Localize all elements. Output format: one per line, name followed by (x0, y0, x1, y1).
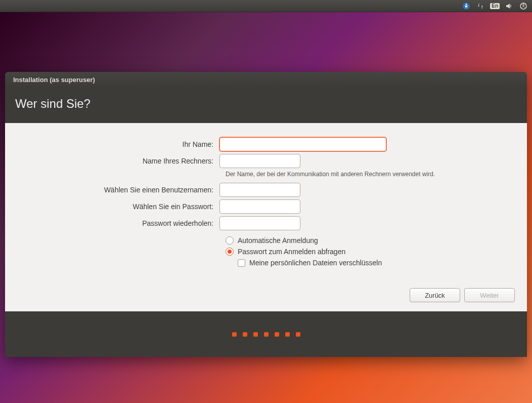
dot-icon (296, 332, 300, 337)
dot-icon (253, 332, 258, 337)
username-label: Wählen Sie einen Benutzernamen: (17, 186, 219, 194)
name-input[interactable] (219, 137, 386, 151)
forward-button[interactable]: Weiter (464, 288, 515, 302)
auto-login-radio[interactable]: Automatische Anmeldung (226, 236, 515, 245)
page-title: Wer sind Sie? (5, 88, 527, 123)
accessibility-icon[interactable] (462, 2, 471, 11)
password-label: Wählen Sie ein Passwort: (17, 203, 219, 211)
require-password-radio[interactable]: Passwort zum Anmelden abfragen (226, 248, 515, 256)
hostname-hint: Der Name, der bei der Kommunikation mit … (226, 171, 515, 178)
dot-icon (285, 332, 290, 337)
radio-icon (226, 248, 234, 256)
username-input[interactable] (219, 183, 300, 197)
checkbox-icon (238, 259, 245, 267)
network-icon[interactable] (476, 2, 485, 11)
keyboard-layout-indicator[interactable]: En (490, 3, 500, 9)
radio-icon (226, 236, 234, 245)
confirm-password-input[interactable] (219, 216, 300, 230)
dot-icon (264, 332, 269, 337)
progress-dots (5, 311, 527, 357)
encrypt-label: Meine persönlichen Dateien verschlüsseln (249, 259, 382, 267)
name-label: Ihr Name: (17, 140, 219, 148)
form-area: Ihr Name: Name Ihres Rechners: Der Name,… (5, 123, 527, 311)
sound-icon[interactable] (505, 2, 514, 11)
installer-window: Installation (as superuser) Wer sind Sie… (5, 72, 527, 357)
back-button[interactable]: Zurück (410, 288, 460, 302)
confirm-password-label: Passwort wiederholen: (17, 219, 219, 227)
svg-point-1 (466, 4, 467, 5)
dot-icon (275, 332, 279, 337)
svg-point-3 (523, 5, 524, 7)
top-panel: En (0, 0, 532, 12)
power-icon[interactable] (519, 2, 528, 11)
auto-login-label: Automatische Anmeldung (238, 236, 318, 245)
password-input[interactable] (219, 199, 300, 214)
dot-icon (243, 332, 247, 337)
dot-icon (232, 332, 237, 337)
hostname-input[interactable] (219, 154, 300, 168)
window-title: Installation (as superuser) (13, 76, 95, 84)
hostname-label: Name Ihres Rechners: (17, 157, 219, 165)
encrypt-home-checkbox[interactable]: Meine persönlichen Dateien verschlüsseln (238, 259, 515, 267)
require-password-label: Passwort zum Anmelden abfragen (238, 248, 345, 256)
window-titlebar[interactable]: Installation (as superuser) (5, 72, 527, 88)
